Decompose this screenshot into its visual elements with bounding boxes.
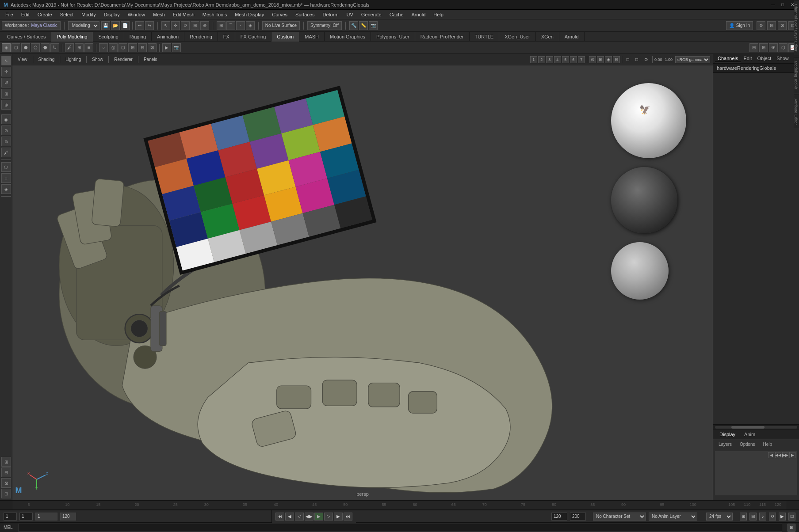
step-forward-btn[interactable]: ▶ [334, 513, 343, 521]
vp-shading-menu[interactable]: Shading [36, 57, 57, 62]
new-scene-btn[interactable]: 📄 [121, 21, 130, 30]
vp-quality-7[interactable]: 7 [578, 56, 585, 63]
snap-point-btn[interactable]: · [236, 21, 245, 30]
channel-box-toggle[interactable]: ⊞ [1, 457, 11, 467]
align-btn[interactable]: ≡ [84, 43, 93, 52]
layout-btn[interactable]: ⊟ [767, 21, 776, 30]
workspace-selector[interactable]: Workspace : Maya Classic [2, 21, 61, 30]
vis-btn[interactable]: 👁 [769, 43, 778, 52]
menu-mesh[interactable]: Mesh [149, 11, 168, 18]
tab-radeon[interactable]: Radeon_ProRender [415, 32, 470, 42]
transform-tool-btn[interactable]: ⊕ [200, 21, 209, 30]
menu-window[interactable]: Window [124, 11, 149, 18]
rotate-tool-btn[interactable]: ↺ [181, 21, 190, 30]
timeline-frame-range[interactable]: 5 10 15 20 25 30 35 40 45 50 55 60 65 70… [0, 500, 799, 510]
gamma-select[interactable]: sRGB gamma [675, 56, 710, 63]
layer-forward-btn[interactable]: ▶▶ [782, 452, 788, 458]
edit-tab[interactable]: Edit [741, 55, 754, 62]
redo-btn[interactable]: ↪ [145, 21, 154, 30]
frame-end-input[interactable] [551, 513, 567, 521]
menu-create[interactable]: Create [34, 11, 56, 18]
vp-safe-areas[interactable]: □ [633, 57, 641, 62]
select-tool[interactable]: ↖ [1, 56, 11, 65]
tab-turtle[interactable]: TURTLE [470, 32, 500, 42]
tab-custom[interactable]: Custom [271, 32, 299, 42]
mode-select[interactable]: Modeling [68, 21, 99, 30]
key-all-btn[interactable]: ⬡ [779, 43, 788, 52]
play-back-btn[interactable]: ◀▶ [305, 513, 313, 521]
jump-start-btn[interactable]: ⏮ [275, 513, 284, 521]
layer-prev-btn[interactable]: ◀ [768, 452, 774, 458]
channels-tab[interactable]: Channels [715, 55, 741, 62]
settings-btn[interactable]: ⚙ [757, 21, 765, 30]
create-poly-btn[interactable]: ⬡ [1, 162, 11, 172]
menu-cache[interactable]: Cache [386, 11, 407, 18]
symmetry-btn[interactable]: Symmetry: Off [307, 21, 342, 30]
lasso-btn[interactable]: ⊙ [1, 125, 11, 135]
snap-grid-btn[interactable]: ⊞ [217, 21, 226, 30]
menu-mesh-tools[interactable]: Mesh Tools [199, 11, 230, 18]
vp-quality-1[interactable]: 1 [530, 56, 537, 63]
frame-start-input[interactable] [4, 513, 17, 521]
menu-mesh-display[interactable]: Mesh Display [231, 11, 268, 18]
tab-rendering[interactable]: Rendering [184, 32, 218, 42]
jump-end-btn[interactable]: ⏭ [344, 513, 352, 521]
show-tab[interactable]: Show [774, 55, 791, 62]
tab-polygons-user[interactable]: Polygons_User [371, 32, 415, 42]
frame-slider-end[interactable] [60, 513, 76, 521]
rotate-tool[interactable]: ↺ [1, 78, 11, 87]
loop-btn[interactable]: ↺ [769, 513, 776, 521]
bridge-btn[interactable]: ⊟ [138, 43, 147, 52]
options-label[interactable]: Options [737, 441, 757, 448]
outliner-toggle[interactable]: ⊡ [1, 489, 11, 498]
anim-layer-select[interactable]: No Anim Layer [649, 513, 697, 521]
tab-animation[interactable]: Animation [152, 32, 184, 42]
menu-modify[interactable]: Modify [78, 11, 99, 18]
fill-btn[interactable]: ⊠ [148, 43, 157, 52]
vp-xray-btn[interactable]: ⊟ [613, 56, 620, 63]
frame-range-bar[interactable]: 5 10 15 20 25 30 35 40 45 50 55 60 65 70… [13, 501, 786, 509]
tab-rigging[interactable]: Rigging [124, 32, 152, 42]
menu-help[interactable]: Help [430, 11, 447, 18]
menu-file[interactable]: File [2, 11, 17, 18]
vp-quality-2[interactable]: 2 [538, 56, 545, 63]
vp-wire-btn[interactable]: ⊞ [597, 56, 604, 63]
tool-settings-toggle[interactable]: ⊠ [1, 478, 11, 488]
tab-motion-graphics[interactable]: Motion Graphics [325, 32, 371, 42]
soft-select-btn[interactable]: ◉ [1, 114, 11, 124]
layout-btn2[interactable]: ⊠ [778, 21, 787, 30]
maximize-button[interactable]: □ [780, 2, 786, 8]
vp-shade-btn[interactable]: ◈ [605, 56, 612, 63]
smooth-btn[interactable]: ○ [99, 43, 108, 52]
sign-in-btn[interactable]: 👤 Sign In [726, 21, 753, 30]
prev-keyframe-btn[interactable]: ◁ [295, 513, 304, 521]
scale-tool[interactable]: ⊞ [1, 89, 11, 99]
play-forward-btn[interactable]: ▶ [314, 513, 323, 521]
vp-lighting-menu[interactable]: Lighting [63, 57, 84, 62]
tab-fx-caching[interactable]: FX Caching [235, 32, 271, 42]
edge-mode-btn[interactable]: ⬠ [31, 43, 40, 52]
frame-current-input[interactable] [19, 513, 33, 521]
menu-edit[interactable]: Edit [18, 11, 33, 18]
vp-quality-6[interactable]: 6 [570, 56, 577, 63]
vp-view-menu[interactable]: View [15, 57, 30, 62]
face-mode-btn[interactable]: ⬣ [41, 43, 50, 52]
tab-sculpting[interactable]: Sculpting [93, 32, 124, 42]
script-editor-btn[interactable]: ⊞ [788, 524, 795, 532]
anim-layer-btn[interactable]: ⊞ [759, 43, 768, 52]
object-tab[interactable]: Object [754, 55, 774, 62]
vp-field-chart[interactable]: ⊙ [642, 57, 650, 62]
sculpt-btn[interactable]: 🖌 [1, 148, 11, 157]
anim-tab[interactable]: Anim [740, 431, 760, 438]
component-mode-btn[interactable]: ⬡ [11, 43, 20, 52]
scroll-bar-thumb[interactable] [731, 426, 764, 429]
uv-mode-btn[interactable]: U [50, 43, 59, 52]
menu-deform[interactable]: Deform [319, 11, 342, 18]
menu-curves[interactable]: Curves [268, 11, 291, 18]
select-tool-btn[interactable]: ↖ [161, 21, 170, 30]
crease-btn[interactable]: ◎ [109, 43, 118, 52]
layer-btn[interactable]: ⊟ [749, 43, 758, 52]
vp-panels-menu[interactable]: Panels [141, 57, 160, 62]
channel-box-scrollbar[interactable] [713, 424, 799, 429]
no-live-surface-btn[interactable]: No Live Surface [262, 21, 300, 30]
